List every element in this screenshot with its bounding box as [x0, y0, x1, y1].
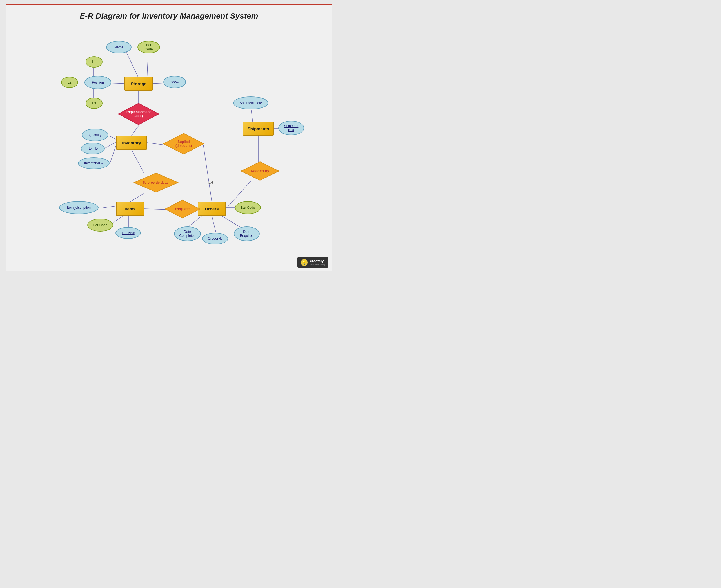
svg-line-16: [102, 206, 116, 208]
svg-line-0: [124, 48, 139, 78]
attr-l2: L2: [61, 77, 78, 88]
svg-line-23: [212, 216, 216, 233]
svg-line-11: [111, 145, 116, 162]
svg-line-13: [203, 145, 212, 202]
text-label: text: [207, 181, 213, 185]
svg-line-15: [130, 193, 144, 202]
attr-position: Position: [84, 76, 111, 89]
attr-date-completed: DateCompleted: [174, 227, 201, 241]
attr-shipment-no: ShipmentNo#: [278, 121, 304, 135]
svg-line-24: [222, 216, 240, 227]
attr-l3: L3: [86, 98, 102, 109]
relationship-needed-by: Needed by: [241, 161, 279, 181]
relationship-request: Request: [164, 200, 201, 218]
attr-item-description: Item_discription: [59, 201, 99, 214]
svg-line-10: [105, 142, 116, 148]
attr-barcode-orders: Bar Code: [235, 201, 261, 214]
attr-barcode-storage: BarCode: [137, 41, 160, 54]
svg-line-3: [111, 83, 124, 84]
svg-line-8: [132, 126, 139, 135]
svg-line-2: [153, 83, 164, 84]
svg-line-12: [147, 143, 164, 145]
svg-line-14: [132, 150, 144, 173]
attr-name: Name: [106, 41, 132, 54]
entity-inventory: Inventory: [116, 135, 147, 150]
attr-sno: Sno#: [163, 76, 186, 88]
attr-l1: L1: [86, 56, 102, 67]
creately-badge: 💡 creately Diagramming: [297, 257, 328, 268]
attr-order-no: OrederNo: [202, 233, 228, 245]
relationship-replenishment: Replenishment(add): [118, 103, 159, 125]
diagram-container: E-R Diagram for Inventory Management Sys…: [6, 4, 332, 272]
relationship-supplied: Suplied(discount): [163, 133, 204, 155]
svg-line-19: [144, 209, 167, 210]
svg-line-9: [111, 136, 116, 139]
attr-itemid: ItemID: [81, 143, 105, 154]
entity-storage: Storage: [124, 77, 153, 90]
attr-shipment-date: Shipment Date: [233, 97, 268, 109]
diagram-title: E-R Diagram for Inventory Management Sys…: [6, 5, 332, 23]
bulb-icon: 💡: [301, 259, 307, 266]
attr-inventoryid: InventoryID#: [78, 157, 109, 169]
entity-shipments: Shipments: [243, 122, 274, 135]
svg-line-27: [251, 110, 253, 122]
attr-itemno: ItemNo#: [116, 227, 141, 239]
attr-quantity: Quantity: [82, 129, 108, 141]
entity-items: Items: [116, 202, 144, 216]
attr-barcode-items: Bar Code: [87, 218, 113, 232]
attr-date-required: DateRequired: [234, 227, 260, 241]
relationship-to-provide: To provide detail: [134, 172, 179, 193]
entity-orders: Orders: [198, 202, 226, 216]
